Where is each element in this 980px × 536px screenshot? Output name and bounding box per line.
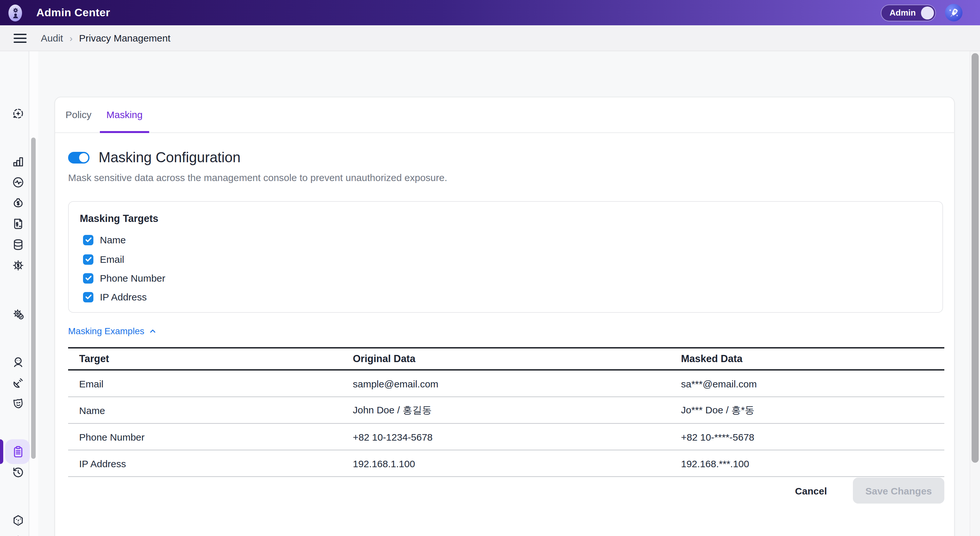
col-header-original-data: Original Data xyxy=(342,353,670,365)
topbar-right: Admin xyxy=(880,4,963,21)
admin-center-logo-icon xyxy=(8,4,22,21)
cube-icon[interactable] xyxy=(12,514,25,527)
main-content: Privacy Management Policy Masking Maskin… xyxy=(38,51,980,536)
masking-targets-heading: Masking Targets xyxy=(80,213,158,225)
satellite-dish-icon[interactable] xyxy=(12,376,25,389)
tab-masking[interactable]: Masking xyxy=(100,97,149,133)
breadcrumb-separator-icon: › xyxy=(69,33,72,43)
sidebar-scrollbar-thumb[interactable] xyxy=(31,137,36,459)
cell-target: Email xyxy=(68,378,342,389)
activity-coin-icon[interactable] xyxy=(12,176,25,189)
checkbox-option-ip-address[interactable]: IP Address xyxy=(83,291,147,303)
sidebar xyxy=(0,51,29,536)
masking-config-header: Masking Configuration xyxy=(68,149,240,166)
table-header-row: Target Original Data Masked Data xyxy=(68,347,944,370)
cell-masked: 192.168.***.100 xyxy=(670,458,944,469)
breadcrumb-audit[interactable]: Audit xyxy=(41,32,63,43)
admin-role-toggle-knob xyxy=(921,6,934,19)
admin-console: Admin Center Admin Audit › xyxy=(0,0,980,536)
checkbox-option-email[interactable]: Email xyxy=(83,253,124,265)
cell-masked: Jo*** Doe / 홍*동 xyxy=(670,404,944,416)
table-row: IP Address 192.168.1.100 192.168.***.100 xyxy=(68,450,944,477)
app-title: Admin Center xyxy=(36,6,110,19)
masking-targets-box: Masking Targets Name Email xyxy=(68,201,943,313)
col-header-masked-data: Masked Data xyxy=(670,353,944,365)
admin-role-label: Admin xyxy=(889,8,916,18)
cell-original: sample@email.com xyxy=(342,378,670,389)
money-bag-icon[interactable] xyxy=(12,196,25,210)
cell-original: +82 10-1234-5678 xyxy=(342,431,670,442)
topbar: Admin Center Admin xyxy=(0,0,980,25)
clipboard-audit-log-icon[interactable] xyxy=(12,445,25,458)
table-row: Phone Number +82 10-1234-5678 +82 10-***… xyxy=(68,424,944,450)
checkbox-checked-icon[interactable] xyxy=(83,254,93,265)
col-header-target: Target xyxy=(68,353,342,365)
masking-toggle-knob xyxy=(79,153,88,162)
tab-bar: Policy Masking xyxy=(55,97,954,133)
masking-examples-toggle[interactable]: Masking Examples xyxy=(68,326,156,336)
masking-config-title: Masking Configuration xyxy=(99,149,240,166)
form-actions: Cancel Save Changes xyxy=(791,478,944,504)
masking-enabled-toggle[interactable] xyxy=(68,152,89,164)
rocket-icon xyxy=(948,6,960,19)
menu-icon[interactable] xyxy=(14,34,27,43)
privacy-management-card: Policy Masking Masking Configuration Mas… xyxy=(54,97,955,536)
chevron-up-icon xyxy=(149,327,156,335)
checkbox-label: Email xyxy=(100,254,124,265)
persona-icon[interactable] xyxy=(12,356,25,368)
invoice-doc-icon[interactable] xyxy=(12,217,25,230)
theater-mask-icon[interactable] xyxy=(12,397,25,410)
cell-target: Name xyxy=(68,405,342,416)
cell-masked: +82 10-****-5678 xyxy=(670,431,944,442)
database-icon[interactable] xyxy=(12,238,25,251)
sidebar-active-indicator xyxy=(0,439,3,464)
masking-config-description: Mask sensitive data across the managemen… xyxy=(68,172,447,183)
breadcrumb-bar: Audit › Privacy Management xyxy=(0,25,980,51)
checkbox-option-name[interactable]: Name xyxy=(83,234,126,246)
checkbox-label: Phone Number xyxy=(100,273,165,284)
sidebar-scrollbar xyxy=(30,51,38,536)
cell-original: John Doe / 홍길동 xyxy=(342,404,670,416)
cancel-button[interactable]: Cancel xyxy=(791,484,831,497)
gear-check-icon[interactable] xyxy=(12,308,25,321)
masking-examples-table: Target Original Data Masked Data Email s… xyxy=(68,347,944,477)
breadcrumb: Audit › Privacy Management xyxy=(41,32,170,43)
checkbox-label: Name xyxy=(100,234,126,245)
ai-orbit-icon[interactable] xyxy=(12,107,25,120)
breadcrumb-current-page: Privacy Management xyxy=(79,32,170,43)
checkbox-checked-icon[interactable] xyxy=(83,292,93,302)
cell-masked: sa***@email.com xyxy=(670,378,944,389)
cell-target: Phone Number xyxy=(68,431,342,442)
checkbox-option-phone-number[interactable]: Phone Number xyxy=(83,272,165,284)
main-scrollbar-thumb[interactable] xyxy=(972,53,979,463)
table-row: Email sample@email.com sa***@email.com xyxy=(68,370,944,397)
checkbox-label: IP Address xyxy=(100,291,147,302)
masking-examples-label: Masking Examples xyxy=(68,326,144,336)
checkbox-checked-icon[interactable] xyxy=(83,234,93,245)
cubes-stack-icon[interactable] xyxy=(12,535,25,536)
main-scrollbar xyxy=(970,51,980,536)
save-changes-button[interactable]: Save Changes xyxy=(853,478,944,504)
cell-target: IP Address xyxy=(68,458,342,469)
bar-chart-icon[interactable] xyxy=(12,155,25,168)
cell-original: 192.168.1.100 xyxy=(342,458,670,469)
tab-policy[interactable]: Policy xyxy=(65,97,91,133)
cost-gear-icon[interactable] xyxy=(12,259,25,272)
table-row: Name John Doe / 홍길동 Jo*** Doe / 홍*동 xyxy=(68,397,944,424)
history-clock-icon[interactable] xyxy=(12,466,25,479)
user-avatar[interactable] xyxy=(945,4,963,21)
admin-role-toggle[interactable]: Admin xyxy=(880,4,936,21)
checkbox-checked-icon[interactable] xyxy=(83,273,93,283)
